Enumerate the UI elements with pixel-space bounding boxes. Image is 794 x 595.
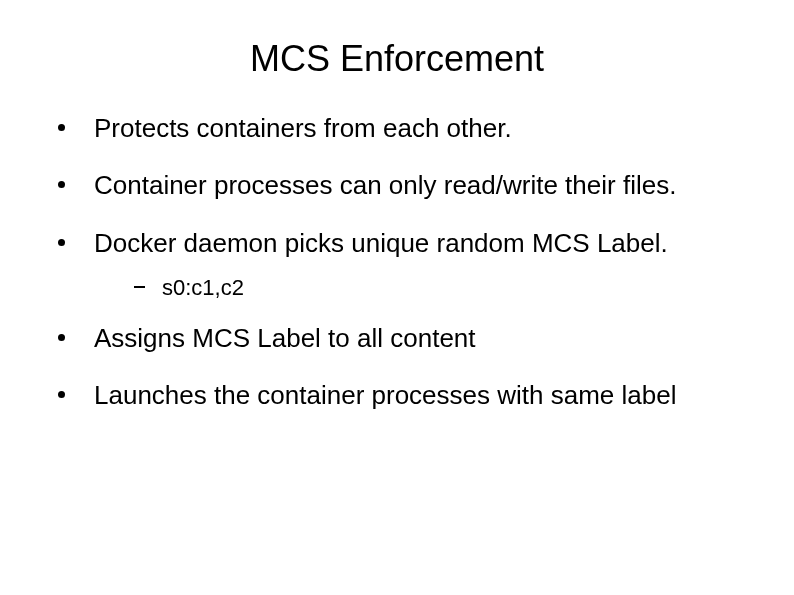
bullet-text: Protects containers from each other.	[94, 113, 512, 143]
bullet-item: Docker daemon picks unique random MCS La…	[58, 227, 754, 302]
bullet-text: Assigns MCS Label to all content	[94, 323, 476, 353]
bullet-item: Protects containers from each other.	[58, 112, 754, 145]
bullet-text: Launches the container processes with sa…	[94, 380, 676, 410]
sub-bullet-text: s0:c1,c2	[162, 275, 244, 300]
slide-title: MCS Enforcement	[40, 38, 754, 80]
bullet-item: Assigns MCS Label to all content	[58, 322, 754, 355]
bullet-item: Container processes can only read/write …	[58, 169, 754, 202]
bullet-item: Launches the container processes with sa…	[58, 379, 754, 412]
sub-bullet-item: s0:c1,c2	[134, 274, 754, 302]
bullet-text: Container processes can only read/write …	[94, 170, 676, 200]
bullet-list: Protects containers from each other. Con…	[40, 112, 754, 412]
sub-list: s0:c1,c2	[94, 274, 754, 302]
bullet-text: Docker daemon picks unique random MCS La…	[94, 228, 668, 258]
